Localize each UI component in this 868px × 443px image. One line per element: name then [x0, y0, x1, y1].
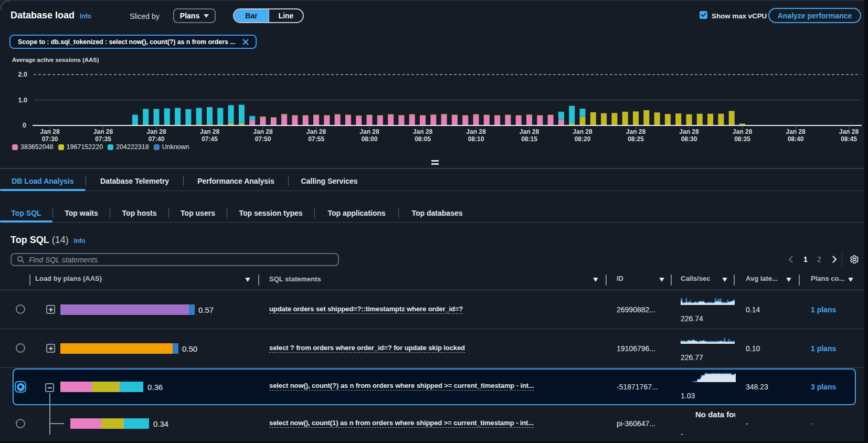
svg-text:1.0: 1.0: [18, 97, 27, 104]
svg-text:08:45: 08:45: [841, 135, 857, 143]
svg-text:Jan 28: Jan 28: [306, 128, 326, 135]
svg-text:Jan 28: Jan 28: [200, 128, 220, 135]
svg-text:Jan 28: Jan 28: [573, 128, 592, 135]
svg-text:07:50: 07:50: [255, 135, 271, 143]
svg-text:Jan 28: Jan 28: [839, 128, 859, 135]
svg-text:07:40: 07:40: [149, 135, 165, 143]
svg-text:Jan 28: Jan 28: [626, 128, 646, 135]
svg-text:08:30: 08:30: [681, 135, 697, 143]
svg-text:Jan 28: Jan 28: [786, 128, 806, 135]
svg-text:Jan 28: Jan 28: [679, 128, 699, 135]
svg-text:Jan 28: Jan 28: [520, 128, 539, 135]
svg-text:07:55: 07:55: [308, 135, 324, 143]
svg-text:0: 0: [23, 122, 26, 129]
svg-text:08:00: 08:00: [362, 135, 378, 143]
svg-text:Jan 28: Jan 28: [253, 128, 273, 135]
svg-text:08:20: 08:20: [575, 135, 591, 143]
svg-text:08:35: 08:35: [734, 135, 750, 143]
svg-text:08:40: 08:40: [788, 135, 804, 143]
svg-text:2.0: 2.0: [18, 71, 27, 78]
svg-text:08:05: 08:05: [415, 135, 431, 143]
svg-text:Jan 28: Jan 28: [466, 128, 486, 135]
svg-text:Jan 28: Jan 28: [413, 128, 433, 135]
svg-text:08:15: 08:15: [521, 135, 537, 143]
svg-text:Jan 28: Jan 28: [359, 128, 379, 135]
svg-text:Jan 28: Jan 28: [146, 128, 166, 135]
svg-text:Jan 28: Jan 28: [93, 128, 113, 135]
svg-text:07:35: 07:35: [95, 135, 111, 143]
svg-text:07:30: 07:30: [42, 135, 58, 143]
svg-text:08:10: 08:10: [468, 135, 484, 143]
svg-text:Jan 28: Jan 28: [733, 128, 753, 135]
svg-text:Jan 28: Jan 28: [40, 128, 60, 135]
svg-text:08:25: 08:25: [628, 135, 644, 143]
svg-text:07:45: 07:45: [202, 135, 218, 143]
